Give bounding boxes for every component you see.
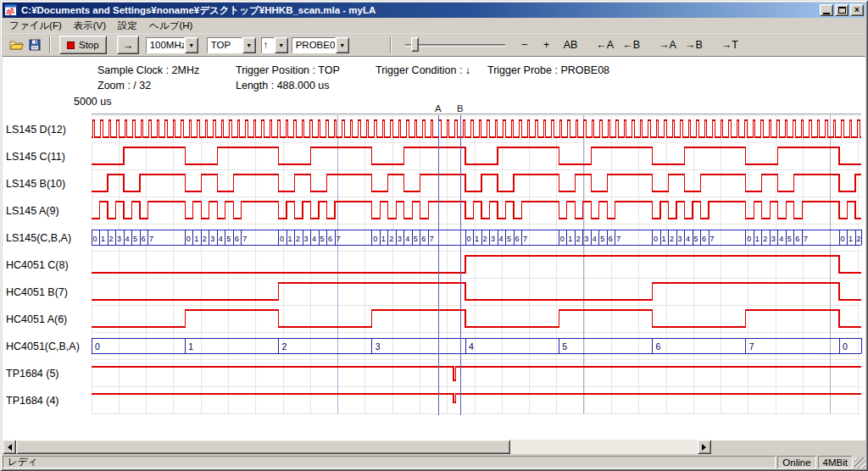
floppy-disk-icon [29, 39, 41, 51]
slider-thumb[interactable] [411, 37, 419, 52]
status-memory: 4MBit [818, 456, 853, 468]
stop-label: Stop [79, 40, 99, 50]
open-folder-icon [9, 39, 24, 51]
goto-trigger-button[interactable]: →T [719, 37, 741, 53]
trigger-edge-dropdown[interactable]: ↑ ▼ [261, 37, 288, 53]
dropdown-arrow-icon[interactable]: ▼ [185, 37, 198, 53]
arrow-left-icon [4, 444, 12, 451]
toolbar: Stop → 100MHz ▼ TOP ▼ ↑ ▼ PROBE00 ▼ −+AB… [3, 33, 865, 57]
resize-grip[interactable] [854, 457, 865, 468]
zoom-slider[interactable] [405, 36, 505, 53]
zoom-out-button[interactable]: − [517, 37, 532, 53]
statusbar: レディ Online 4MBit [3, 454, 865, 468]
menu-item-1[interactable]: 表示(V) [68, 18, 112, 34]
horizontal-scrollbar[interactable] [3, 440, 711, 454]
app-window: C:¥Documents and Settings¥noname¥デスクトップ¥… [0, 0, 868, 471]
menu-item-2[interactable]: 設定 [112, 18, 143, 34]
menu-item-3[interactable]: ヘルプ(H) [143, 18, 198, 34]
prev-a-button[interactable]: ←A [593, 37, 616, 53]
stop-button[interactable]: Stop [59, 36, 107, 54]
slider-track [405, 44, 505, 47]
dropdown-arrow-icon[interactable]: ▼ [242, 37, 256, 53]
toolbar-separator [49, 36, 51, 53]
close-button[interactable]: × [850, 4, 864, 16]
run-arrow-icon: → [122, 39, 133, 52]
toolbar-separator [390, 36, 392, 53]
cursor-tool-buttons: −+AB←A←B→A→B→T [517, 37, 741, 53]
trigger-probe-dropdown[interactable]: PROBE00 ▼ [292, 37, 349, 53]
titlebar: C:¥Documents and Settings¥noname¥デスクトップ¥… [3, 3, 865, 18]
sample-clock-value: 100MHz [146, 37, 185, 53]
chevron-down-icon: ▼ [188, 42, 194, 48]
open-button[interactable] [7, 36, 25, 54]
save-button[interactable] [25, 36, 44, 54]
ab-cursor-button[interactable]: AB [561, 37, 581, 53]
window-title: C:¥Documents and Settings¥noname¥デスクトップ¥… [21, 4, 816, 17]
minimize-icon [823, 13, 830, 14]
menubar: ファイル(F)表示(V)設定ヘルプ(H) [3, 18, 865, 33]
prev-b-button[interactable]: ←B [620, 37, 643, 53]
scrollbar-thumb[interactable] [16, 440, 510, 454]
status-online: Online [777, 456, 815, 468]
stop-icon [67, 42, 75, 49]
minimize-button[interactable] [820, 4, 833, 16]
waveform-panel [3, 57, 865, 441]
trigger-position-dropdown[interactable]: TOP ▼ [207, 37, 256, 53]
chevron-down-icon: ▼ [246, 42, 252, 48]
window-controls: × [820, 4, 864, 16]
run-button[interactable]: → [117, 36, 139, 54]
maximize-icon [838, 7, 846, 14]
trigger-position-value: TOP [207, 37, 242, 53]
trigger-edge-value: ↑ [261, 37, 275, 53]
trigger-probe-value: PROBE00 [292, 37, 336, 53]
sample-clock-dropdown[interactable]: 100MHz ▼ [146, 37, 198, 53]
maximize-button[interactable] [835, 4, 849, 16]
app-icon [4, 4, 19, 16]
arrow-right-icon [702, 444, 709, 451]
menu-item-0[interactable]: ファイル(F) [3, 18, 68, 34]
chevron-down-icon: ▼ [339, 42, 345, 48]
scroll-right-button[interactable] [698, 440, 711, 454]
dropdown-arrow-icon[interactable]: ▼ [336, 37, 349, 53]
zoom-in-button[interactable]: + [539, 37, 554, 53]
scroll-left-button[interactable] [3, 440, 16, 454]
next-a-button[interactable]: →A [656, 37, 679, 53]
status-ready: レディ [3, 456, 776, 468]
dropdown-arrow-icon[interactable]: ▼ [275, 37, 288, 53]
chevron-down-icon: ▼ [278, 42, 284, 48]
next-b-button[interactable]: →B [682, 37, 705, 53]
